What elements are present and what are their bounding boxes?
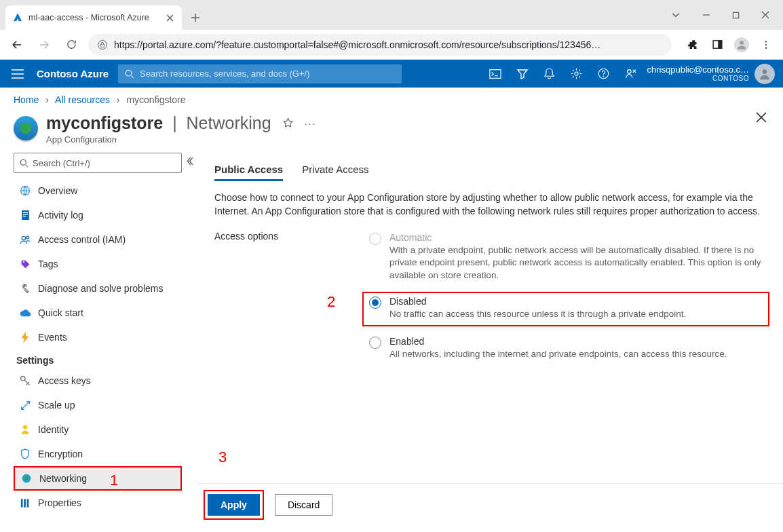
sidebar-item-label: Networking xyxy=(39,473,87,484)
intro-text: Choose how to connect to your App Config… xyxy=(214,191,765,218)
azure-search-box[interactable]: Search resources, services, and docs (G+… xyxy=(118,64,402,83)
breadcrumb-home[interactable]: Home xyxy=(14,94,39,105)
search-icon xyxy=(20,159,28,168)
extensions-icon[interactable] xyxy=(685,37,700,52)
svg-rect-17 xyxy=(22,210,29,220)
menu-list[interactable]: OverviewActivity logAccess control (IAM)… xyxy=(14,178,198,510)
sidebar-item-quick-start[interactable]: Quick start xyxy=(14,301,182,325)
toolbar-icons xyxy=(679,37,776,52)
option-desc: With a private endpoint, public network … xyxy=(389,244,768,283)
svg-point-7 xyxy=(765,47,767,49)
maximize-icon[interactable] xyxy=(732,12,740,19)
tab-private-access[interactable]: Private Access xyxy=(302,159,368,181)
notifications-icon[interactable] xyxy=(543,67,556,81)
apply-button[interactable]: Apply xyxy=(208,494,260,516)
account-menu[interactable]: chrisqpublic@contoso.c… CONTOSO xyxy=(647,64,775,84)
panel-icon[interactable] xyxy=(710,37,725,52)
discard-button[interactable]: Discard xyxy=(275,494,332,516)
reload-button[interactable] xyxy=(61,35,81,55)
svg-point-22 xyxy=(26,236,28,239)
sidebar-item-scale-up[interactable]: Scale up xyxy=(14,393,182,417)
sidebar-item-overview[interactable]: Overview xyxy=(14,178,182,203)
azure-header-icons xyxy=(489,67,638,81)
blade-close-icon[interactable] xyxy=(756,112,767,123)
address-bar[interactable]: https://portal.azure.com/?feature.custom… xyxy=(88,34,672,56)
sidebar-item-label: Events xyxy=(38,332,67,343)
window-close-icon[interactable] xyxy=(761,11,769,19)
sidebar-item-label: Encryption xyxy=(38,449,83,459)
sidebar-item-access-keys[interactable]: Access keys xyxy=(14,368,182,393)
sidebar-item-label: Overview xyxy=(38,185,77,196)
sidebar-item-properties[interactable]: Properties xyxy=(14,491,182,510)
annotation-1: 1 xyxy=(110,472,118,489)
minimize-icon[interactable] xyxy=(702,11,710,19)
tab-close-icon[interactable] xyxy=(164,12,175,23)
account-avatar-icon xyxy=(755,64,775,84)
feedback-icon[interactable] xyxy=(624,67,638,81)
account-tenant: CONTOSO xyxy=(647,75,749,82)
svg-point-24 xyxy=(23,425,27,429)
profile-avatar-icon[interactable] xyxy=(734,37,749,52)
wrench-icon xyxy=(19,282,31,294)
browser-tab[interactable]: ml-aac-access - Microsoft Azure xyxy=(5,5,182,30)
svg-rect-0 xyxy=(733,12,738,18)
tag-icon xyxy=(19,258,31,270)
chevron-down-icon[interactable] xyxy=(671,10,681,20)
back-button[interactable] xyxy=(7,35,27,55)
breadcrumb-all-resources[interactable]: All resources xyxy=(55,94,110,105)
filter-icon[interactable] xyxy=(516,67,529,81)
sidebar-item-label: Properties xyxy=(38,497,81,508)
scale-icon xyxy=(19,399,31,411)
svg-point-10 xyxy=(575,72,578,75)
sidebar-item-access-control-iam-[interactable]: Access control (IAM) xyxy=(14,227,182,252)
collapse-menu-icon[interactable] xyxy=(185,157,193,166)
more-icon[interactable]: ··· xyxy=(305,118,317,129)
globe-icon xyxy=(19,185,31,197)
sidebar-item-activity-log[interactable]: Activity log xyxy=(14,203,182,227)
svg-point-6 xyxy=(765,43,767,45)
sidebar-item-label: Activity log xyxy=(38,210,83,221)
portal-brand[interactable]: Contoso Azure xyxy=(37,68,109,79)
net-icon xyxy=(20,472,33,484)
sidebar-item-identity[interactable]: Identity xyxy=(14,417,182,442)
sidebar-item-label: Scale up xyxy=(38,400,75,411)
breadcrumb-current: myconfigstore xyxy=(126,94,185,105)
props-icon xyxy=(19,497,31,509)
search-icon xyxy=(125,69,134,79)
sidebar-item-label: Diagnose and solve problems xyxy=(38,283,163,294)
new-tab-button[interactable] xyxy=(186,8,205,27)
azure-favicon xyxy=(12,12,23,23)
sidebar-item-tags[interactable]: Tags xyxy=(14,252,182,276)
svg-rect-19 xyxy=(22,214,27,214)
access-option-disabled[interactable]: Disabled No traffic can access this reso… xyxy=(362,292,769,326)
sidebar-item-events[interactable]: Events xyxy=(14,325,182,349)
hamburger-menu[interactable] xyxy=(8,64,27,83)
svg-rect-9 xyxy=(489,69,500,78)
svg-point-26 xyxy=(24,476,28,480)
sidebar-item-diagnose-and-solve-problems[interactable]: Diagnose and solve problems xyxy=(14,276,182,301)
cloud-shell-icon[interactable] xyxy=(489,67,502,81)
svg-point-5 xyxy=(765,41,767,43)
forward-button[interactable] xyxy=(34,35,54,55)
menu-search-input[interactable]: Search (Ctrl+/) xyxy=(14,153,182,173)
kebab-menu-icon[interactable] xyxy=(759,37,774,52)
pin-icon[interactable] xyxy=(282,117,294,129)
svg-point-15 xyxy=(20,159,26,165)
sidebar-item-label: Access control (IAM) xyxy=(38,234,126,245)
sidebar-item-networking[interactable]: Networking xyxy=(14,466,182,491)
action-bar: Apply Discard xyxy=(197,483,783,525)
log-icon xyxy=(19,209,31,221)
window-controls xyxy=(671,0,783,30)
menu-section-settings: Settings xyxy=(16,355,198,366)
option-title: Automatic xyxy=(389,232,768,243)
svg-point-23 xyxy=(21,377,25,381)
help-icon[interactable] xyxy=(597,67,611,81)
annotation-3: 3 xyxy=(218,449,227,466)
site-info-icon[interactable] xyxy=(98,40,107,50)
settings-icon[interactable] xyxy=(570,67,584,81)
tab-public-access[interactable]: Public Access xyxy=(214,159,283,181)
browser-tab-title: ml-aac-access - Microsoft Azure xyxy=(28,13,149,22)
sidebar-item-encryption[interactable]: Encryption xyxy=(14,442,182,466)
tabs: Public Access Private Access xyxy=(214,159,769,181)
access-option-enabled[interactable]: Enabled All networks, including the inte… xyxy=(368,335,769,362)
